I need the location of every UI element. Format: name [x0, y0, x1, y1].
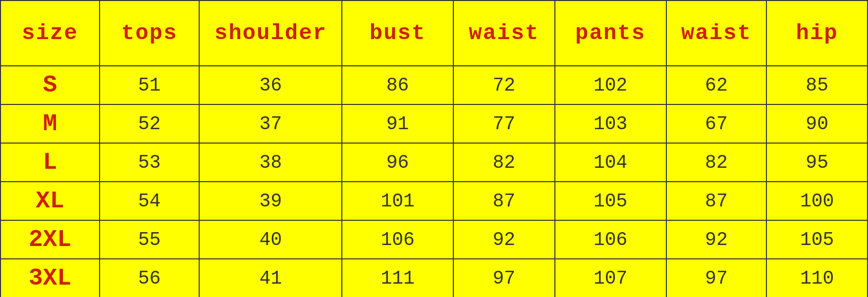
cell-waist1: 77 — [453, 104, 555, 143]
cell-tops: 52 — [100, 104, 200, 143]
cell-waist2: 97 — [666, 259, 767, 297]
cell-hip: 90 — [766, 104, 868, 143]
cell-hip: 95 — [766, 143, 868, 182]
header-row: size tops shoulder bust waist pants wais… — [0, 0, 868, 66]
header-hip: hip — [766, 0, 868, 66]
cell-hip: 105 — [766, 220, 868, 259]
cell-bust: 106 — [342, 220, 453, 259]
cell-waist1: 97 — [453, 259, 555, 297]
cell-bust: 101 — [342, 182, 453, 220]
cell-tops: 51 — [100, 66, 200, 104]
cell-shoulder: 39 — [199, 182, 342, 220]
cell-pants: 102 — [555, 66, 666, 104]
table-row: 3XL56411119710797110 — [0, 259, 868, 297]
cell-hip: 85 — [766, 66, 868, 104]
table-row: XL54391018710587100 — [0, 182, 868, 220]
cell-bust: 111 — [342, 259, 453, 297]
header-waist1: waist — [453, 0, 555, 66]
header-pants: pants — [555, 0, 666, 66]
header-bust: bust — [342, 0, 453, 66]
cell-waist1: 92 — [453, 220, 555, 259]
cell-pants: 107 — [555, 259, 666, 297]
cell-bust: 96 — [342, 143, 453, 182]
cell-waist2: 87 — [666, 182, 767, 220]
header-size: size — [0, 0, 100, 66]
cell-size: XL — [0, 182, 100, 220]
header-shoulder: shoulder — [199, 0, 342, 66]
cell-shoulder: 41 — [199, 259, 342, 297]
cell-waist1: 82 — [453, 143, 555, 182]
cell-shoulder: 36 — [199, 66, 342, 104]
cell-shoulder: 40 — [199, 220, 342, 259]
cell-bust: 91 — [342, 104, 453, 143]
size-chart: size tops shoulder bust waist pants wais… — [0, 0, 868, 297]
cell-pants: 103 — [555, 104, 666, 143]
cell-shoulder: 38 — [199, 143, 342, 182]
cell-size: 3XL — [0, 259, 100, 297]
cell-waist2: 62 — [666, 66, 767, 104]
cell-size: L — [0, 143, 100, 182]
table-row: 2XL55401069210692105 — [0, 220, 868, 259]
cell-tops: 53 — [100, 143, 200, 182]
cell-shoulder: 37 — [199, 104, 342, 143]
cell-hip: 110 — [766, 259, 868, 297]
cell-pants: 105 — [555, 182, 666, 220]
cell-waist1: 72 — [453, 66, 555, 104]
cell-tops: 54 — [100, 182, 200, 220]
table-row: M523791771036790 — [0, 104, 868, 143]
cell-size: 2XL — [0, 220, 100, 259]
cell-waist2: 82 — [666, 143, 767, 182]
cell-tops: 55 — [100, 220, 200, 259]
cell-pants: 106 — [555, 220, 666, 259]
cell-size: M — [0, 104, 100, 143]
header-waist2: waist — [666, 0, 767, 66]
cell-hip: 100 — [766, 182, 868, 220]
header-tops: tops — [100, 0, 200, 66]
cell-tops: 56 — [100, 259, 200, 297]
cell-bust: 86 — [342, 66, 453, 104]
cell-waist2: 67 — [666, 104, 767, 143]
table-row: S513686721026285 — [0, 66, 868, 104]
cell-pants: 104 — [555, 143, 666, 182]
cell-waist1: 87 — [453, 182, 555, 220]
table-row: L533896821048295 — [0, 143, 868, 182]
cell-waist2: 92 — [666, 220, 767, 259]
cell-size: S — [0, 66, 100, 104]
